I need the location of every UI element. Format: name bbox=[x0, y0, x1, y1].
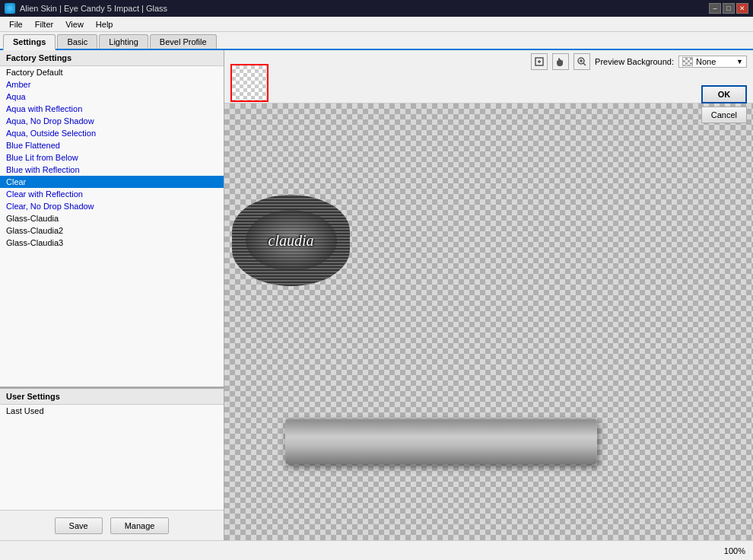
list-item-glass-claudia3[interactable]: Glass-Claudia3 bbox=[0, 237, 224, 249]
factory-section: Factory Settings Factory Default Amber A… bbox=[0, 50, 224, 388]
factory-list[interactable]: Factory Default Amber Aqua Aqua with Ref… bbox=[0, 66, 224, 387]
title-text: Alien Skin | Eye Candy 5 Impact | Glass bbox=[20, 4, 167, 13]
title-bar-controls[interactable]: – □ ✕ bbox=[709, 3, 748, 14]
manage-button[interactable]: Manage bbox=[110, 517, 170, 534]
close-button[interactable]: ✕ bbox=[736, 3, 748, 14]
list-item-blue-flat[interactable]: Blue Flattened bbox=[0, 139, 224, 151]
preview-bg-select[interactable]: None ▼ bbox=[678, 56, 747, 68]
factory-section-header: Factory Settings bbox=[0, 50, 224, 66]
tab-bar: Settings Basic Lighting Bevel Profile bbox=[0, 32, 753, 50]
preview-toolbar: Preview Background: None ▼ bbox=[224, 50, 753, 103]
user-list[interactable]: Last Used bbox=[0, 405, 224, 510]
preview-area[interactable]: claudia bbox=[224, 103, 753, 540]
preview-claudia-image: claudia bbox=[232, 195, 350, 286]
preview-bg-swatch bbox=[682, 57, 693, 66]
preview-bg-value: None bbox=[696, 57, 716, 66]
list-item-glass-claudia2[interactable]: Glass-Claudia2 bbox=[0, 224, 224, 237]
status-bar: 100% bbox=[0, 540, 753, 560]
main-content: Factory Settings Factory Default Amber A… bbox=[0, 50, 753, 540]
maximize-button[interactable]: □ bbox=[723, 3, 735, 14]
user-section: User Settings Last Used bbox=[0, 388, 224, 510]
right-panel: Preview Background: None ▼ claudia bbox=[224, 50, 753, 540]
user-section-header: User Settings bbox=[0, 389, 224, 405]
list-item-last-used[interactable]: Last Used bbox=[0, 405, 224, 417]
toolbar-right: Preview Background: None ▼ bbox=[275, 53, 747, 75]
claudia-oval: claudia bbox=[246, 210, 337, 271]
title-bar-left: Alien Skin | Eye Candy 5 Impact | Glass bbox=[5, 3, 167, 14]
menu-view[interactable]: View bbox=[59, 18, 90, 30]
cancel-button[interactable]: Cancel bbox=[701, 107, 747, 123]
tab-bevel-profile[interactable]: Bevel Profile bbox=[150, 34, 217, 49]
claudia-text: claudia bbox=[268, 232, 314, 250]
list-item-clear-no-drop[interactable]: Clear, No Drop Shadow bbox=[0, 200, 224, 212]
list-item-amber[interactable]: Amber bbox=[0, 78, 224, 91]
list-item-blue-below[interactable]: Blue Lit from Below bbox=[0, 151, 224, 164]
list-item-aqua-reflection[interactable]: Aqua with Reflection bbox=[0, 103, 224, 115]
zoom-in-icon[interactable] bbox=[573, 53, 590, 70]
list-item-factory-default[interactable]: Factory Default bbox=[0, 66, 224, 78]
left-panel: Factory Settings Factory Default Amber A… bbox=[0, 50, 224, 540]
preview-thumbnail bbox=[230, 64, 268, 102]
app-icon bbox=[5, 3, 15, 14]
list-item-clear-reflection[interactable]: Clear with Reflection bbox=[0, 188, 224, 200]
menu-help[interactable]: Help bbox=[90, 18, 119, 30]
menu-file[interactable]: File bbox=[3, 18, 29, 30]
list-item-blue-reflection[interactable]: Blue with Reflection bbox=[0, 164, 224, 176]
preview-bg-label: Preview Background: bbox=[595, 57, 674, 66]
toolbar-icons-row: Preview Background: None ▼ bbox=[275, 53, 747, 70]
menu-bar: File Filter View Help bbox=[0, 17, 753, 32]
title-bar: Alien Skin | Eye Candy 5 Impact | Glass … bbox=[0, 0, 753, 17]
zoom-level: 100% bbox=[724, 546, 745, 555]
ok-button[interactable]: OK bbox=[701, 85, 747, 103]
tab-lighting[interactable]: Lighting bbox=[99, 34, 148, 49]
preview-thumb-container bbox=[230, 56, 268, 102]
bottom-buttons: Save Manage bbox=[0, 510, 224, 540]
hand-pan-icon[interactable] bbox=[552, 53, 569, 70]
list-item-aqua-outside[interactable]: Aqua, Outside Selection bbox=[0, 127, 224, 139]
menu-filter[interactable]: Filter bbox=[29, 18, 59, 30]
tab-basic[interactable]: Basic bbox=[57, 34, 97, 49]
zoom-fit-icon[interactable] bbox=[531, 53, 548, 70]
ok-cancel-area: OK Cancel bbox=[701, 85, 747, 123]
preview-glass-bar bbox=[285, 418, 597, 464]
list-item-clear[interactable]: Clear bbox=[0, 176, 224, 188]
svg-line-4 bbox=[583, 63, 586, 65]
save-button[interactable]: Save bbox=[55, 517, 103, 534]
list-item-aqua-no-drop[interactable]: Aqua, No Drop Shadow bbox=[0, 115, 224, 127]
minimize-button[interactable]: – bbox=[709, 3, 721, 14]
preview-bg-dropdown-arrow: ▼ bbox=[736, 58, 743, 65]
list-item-glass-claudia[interactable]: Glass-Claudia bbox=[0, 212, 224, 224]
tab-settings[interactable]: Settings bbox=[3, 34, 56, 50]
list-item-aqua[interactable]: Aqua bbox=[0, 91, 224, 103]
